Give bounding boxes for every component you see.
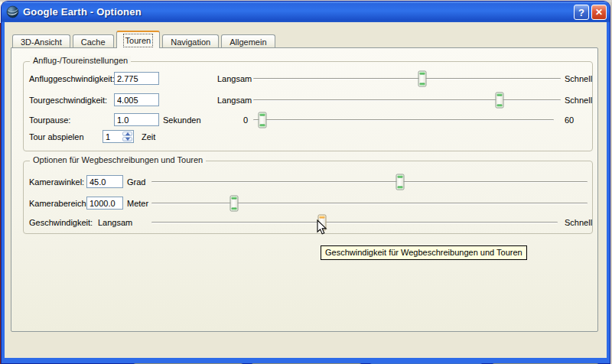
abspielen-spinner[interactable]	[103, 130, 134, 143]
row-tourgeschwindigkeit: Tourgeschwindigkeit: Langsam Schnell	[24, 93, 592, 107]
row-tour-abspielen: Tour abspielen Zeit	[24, 130, 592, 144]
group-wegbeschreibungen: Optionen für Wegbeschreibungen und Toure…	[23, 161, 593, 234]
close-button[interactable]: ✕	[591, 5, 607, 20]
close-icon: ✕	[595, 7, 603, 18]
row-kamerawinkel: Kamerawinkel: Grad	[24, 175, 592, 189]
row-geschwindigkeit: Geschwindigkeit: Langsam Schnell	[24, 216, 592, 229]
geschw-label: Geschwindigkeit:	[29, 218, 93, 227]
abspielen-input[interactable]	[103, 131, 123, 142]
window-title: Google Earth - Optionen	[23, 6, 142, 18]
bereich-unit-label: Meter	[127, 199, 148, 208]
spin-up-icon[interactable]	[122, 132, 132, 136]
bereich-slider-thumb[interactable]	[230, 195, 239, 211]
spin-down-icon[interactable]	[122, 137, 132, 141]
tab-touren[interactable]: Touren	[116, 31, 161, 48]
anflug-slider[interactable]	[253, 78, 561, 80]
winkel-slider-thumb[interactable]	[396, 174, 404, 190]
geschw-max-label: Schnell	[565, 218, 592, 227]
abspielen-unit-label: Zeit	[142, 132, 155, 141]
pause-slider[interactable]	[253, 119, 554, 121]
anflug-min-label: Langsam	[217, 74, 252, 83]
winkel-slider[interactable]	[151, 181, 588, 183]
tour-label: Tourgeschwindigkeit:	[29, 96, 107, 105]
tab-navigation[interactable]: Navigation	[162, 34, 219, 48]
tooltip: Geschwindigkeit für Wegbeschreibungen un…	[321, 245, 527, 260]
abspielen-label: Tour abspielen	[29, 132, 84, 141]
title-bar[interactable]: Google Earth - Optionen ? ✕	[2, 2, 610, 22]
tour-slider-thumb[interactable]	[495, 92, 503, 108]
anflug-slider-thumb[interactable]	[418, 70, 427, 86]
anflug-input[interactable]	[114, 72, 159, 85]
row-tourpause: Tourpause: Sekunden 0 60	[24, 113, 592, 127]
pause-input[interactable]	[114, 113, 159, 126]
bereich-input[interactable]	[86, 197, 123, 210]
pause-label: Tourpause:	[29, 115, 70, 125]
google-earth-icon	[6, 5, 19, 18]
row-anfluggeschwindigkeit: Anfluggeschwindigkeit: Langsam Schnell	[24, 72, 592, 86]
tab-allgemein[interactable]: Allgemein	[221, 34, 275, 48]
tab-3d-ansicht[interactable]: 3D-Ansicht	[12, 34, 70, 48]
tab-strip: 3D-Ansicht Cache Touren Navigation Allge…	[12, 31, 278, 48]
bereich-label: Kamerabereich:	[29, 199, 89, 208]
winkel-input[interactable]	[86, 175, 123, 188]
pause-min-label: 0	[229, 115, 248, 125]
bereich-slider[interactable]	[151, 203, 588, 204]
group-toureinstellungen: Anflug-/Toureinstellungen Anfluggeschwin…	[23, 61, 593, 151]
help-icon: ?	[578, 7, 584, 18]
group-title: Anflug-/Toureinstellungen	[30, 56, 131, 65]
help-button[interactable]: ?	[574, 5, 589, 20]
geschw-min-label: Langsam	[98, 218, 132, 227]
tab-cache[interactable]: Cache	[73, 34, 114, 48]
anflug-max-label: Schnell	[565, 74, 592, 83]
pause-max-label: 60	[565, 115, 574, 125]
tour-max-label: Schnell	[565, 96, 592, 105]
dialog-body: 3D-Ansicht Cache Touren Navigation Allge…	[5, 22, 607, 358]
winkel-unit-label: Grad	[127, 177, 145, 187]
mouse-cursor	[317, 219, 327, 236]
winkel-label: Kamerawinkel:	[29, 177, 84, 187]
tour-min-label: Langsam	[217, 96, 252, 105]
options-dialog: Google Earth - Optionen ? ✕ 3D-Ansicht C…	[2, 2, 610, 363]
row-kamerabereich: Kamerabereich: Meter	[24, 197, 592, 210]
anflug-label: Anfluggeschwindigkeit:	[29, 74, 115, 83]
pause-unit-label: Sekunden	[163, 115, 201, 125]
tour-slider[interactable]	[253, 99, 561, 101]
pause-slider-thumb[interactable]	[258, 112, 266, 128]
tour-input[interactable]	[114, 93, 159, 106]
abspielen-spin-buttons	[122, 132, 132, 141]
touren-tab-panel: Anflug-/Toureinstellungen Anfluggeschwin…	[11, 47, 598, 332]
group-title: Optionen für Wegbeschreibungen und Toure…	[30, 155, 206, 164]
geschw-slider[interactable]	[151, 222, 558, 223]
